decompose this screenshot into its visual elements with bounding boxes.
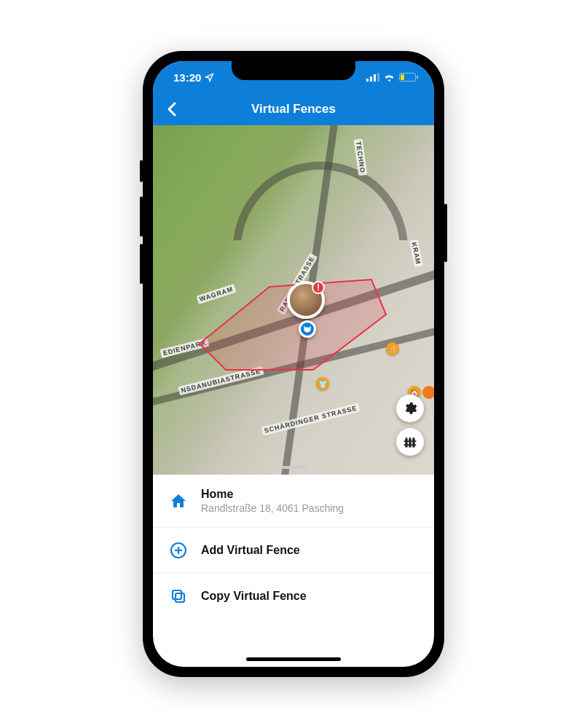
plus-circle-icon bbox=[169, 541, 188, 560]
svg-rect-1 bbox=[370, 76, 372, 82]
add-fence-row[interactable]: Add Virtual Fence bbox=[153, 528, 434, 574]
home-icon bbox=[169, 491, 188, 510]
side-button bbox=[140, 244, 143, 284]
svg-rect-5 bbox=[401, 74, 404, 80]
fence-row-home[interactable]: Home Randlstraße 18, 4061 Pasching bbox=[153, 475, 434, 528]
svg-rect-0 bbox=[366, 79, 369, 82]
home-indicator[interactable] bbox=[246, 657, 341, 661]
gear-icon bbox=[403, 401, 417, 416]
side-button bbox=[140, 197, 143, 237]
poi-icon: 🍴 bbox=[386, 342, 399, 355]
screen: 13:20 Virtual Fences WAGRAM RANDLS bbox=[153, 61, 434, 667]
svg-rect-2 bbox=[374, 74, 376, 82]
pet-location-pin[interactable] bbox=[299, 320, 316, 338]
pet-avatar-marker[interactable]: ! bbox=[287, 281, 325, 319]
nav-header: Virtual Fences bbox=[153, 93, 434, 125]
fence-icon bbox=[403, 435, 417, 449]
copy-fence-row[interactable]: Copy Virtual Fence bbox=[153, 574, 434, 619]
battery-icon bbox=[399, 73, 418, 82]
svg-rect-3 bbox=[377, 73, 379, 82]
map-fence-button[interactable] bbox=[396, 428, 424, 456]
fence-address: Randlstraße 18, 4061 Pasching bbox=[201, 502, 418, 514]
bottom-sheet: Home Randlstraße 18, 4061 Pasching Add V… bbox=[153, 475, 434, 619]
sheet-grabber[interactable] bbox=[280, 466, 307, 469]
map-settings-button[interactable] bbox=[396, 395, 424, 422]
svg-rect-12 bbox=[173, 590, 181, 599]
alert-badge: ! bbox=[312, 281, 325, 294]
notch bbox=[232, 61, 355, 80]
wifi-icon bbox=[383, 73, 395, 82]
back-button[interactable] bbox=[162, 99, 182, 119]
cellular-icon bbox=[366, 73, 379, 82]
add-fence-label: Add Virtual Fence bbox=[201, 544, 418, 557]
chevron-left-icon bbox=[167, 102, 177, 116]
side-button bbox=[140, 160, 143, 182]
svg-rect-6 bbox=[417, 76, 418, 79]
svg-rect-11 bbox=[176, 593, 184, 602]
side-button bbox=[444, 204, 447, 262]
map[interactable]: WAGRAM RANDLSTRASSE NSDANUBIASTRASSE SCH… bbox=[153, 125, 434, 475]
location-arrow-icon bbox=[205, 73, 214, 82]
page-title: Virtual Fences bbox=[251, 102, 336, 116]
copy-fence-label: Copy Virtual Fence bbox=[201, 590, 418, 603]
status-time: 13:20 bbox=[173, 71, 201, 84]
fence-title: Home bbox=[201, 488, 418, 501]
copy-icon bbox=[169, 587, 188, 606]
cat-icon bbox=[302, 324, 312, 334]
poi-icon: 👕 bbox=[316, 377, 329, 390]
phone-frame: 13:20 Virtual Fences WAGRAM RANDLS bbox=[143, 51, 444, 677]
